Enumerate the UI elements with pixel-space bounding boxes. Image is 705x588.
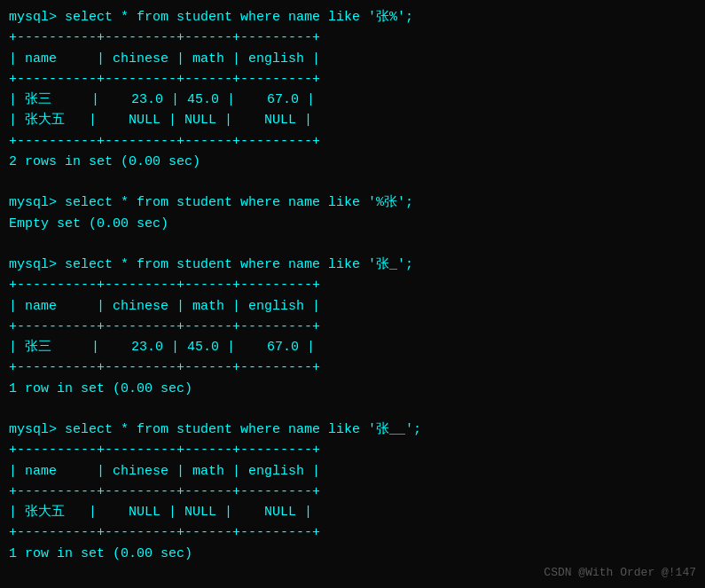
table-header-border-1: +----------+---------+------+---------+ — [9, 69, 696, 90]
table-row-1-1: | 张大五 | NULL | NULL | NULL | — [9, 110, 696, 130]
result-info-3: 1 row in set (0.00 sec) — [9, 379, 696, 399]
table-top-border-1: +----------+---------+------+---------+ — [9, 27, 696, 48]
table-header-1: | name | chinese | math | english | — [9, 49, 696, 69]
table-row-4-0: | 张大五 | NULL | NULL | NULL | — [9, 502, 696, 522]
table-row-1-0: | 张三 | 23.0 | 45.0 | 67.0 | — [9, 90, 696, 110]
result-info-4: 1 row in set (0.00 sec) — [9, 544, 696, 564]
result-info-1: 2 rows in set (0.00 sec) — [9, 152, 696, 172]
watermark: CSDN @With Order @!147 — [544, 566, 696, 579]
table-header-3: | name | chinese | math | english | — [9, 296, 696, 317]
table-top-border-3: +----------+---------+------+---------+ — [9, 275, 696, 295]
result-info-2: Empty set (0.00 sec) — [9, 214, 696, 234]
table-row-3-0: | 张三 | 23.0 | 45.0 | 67.0 | — [9, 337, 696, 357]
sql-prompt-3: mysql> select * from student where name … — [9, 255, 696, 275]
table-header-4: | name | chinese | math | english | — [9, 461, 696, 482]
table-bottom-border-1: +----------+---------+------+---------+ — [9, 131, 696, 152]
sql-prompt-1: mysql> select * from student where name … — [9, 7, 696, 27]
sql-prompt-2: mysql> select * from student where name … — [9, 192, 696, 213]
empty-line-0 — [9, 172, 696, 192]
table-header-border-3: +----------+---------+------+---------+ — [9, 317, 696, 337]
sql-prompt-4: mysql> select * from student where name … — [9, 419, 696, 440]
table-bottom-border-4: +----------+---------+------+---------+ — [9, 522, 696, 543]
terminal-container: mysql> select * from student where name … — [9, 7, 696, 564]
empty-line-1 — [9, 234, 696, 255]
table-bottom-border-3: +----------+---------+------+---------+ — [9, 357, 696, 378]
table-top-border-4: +----------+---------+------+---------+ — [9, 440, 696, 460]
empty-line-2 — [9, 399, 696, 419]
table-header-border-4: +----------+---------+------+---------+ — [9, 482, 696, 502]
